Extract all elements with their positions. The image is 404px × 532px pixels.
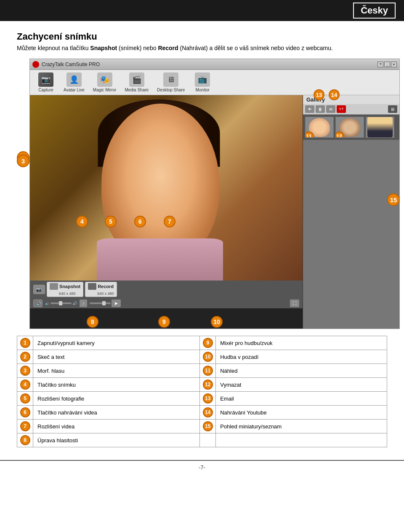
content-area: Zachycení snímku Můžete klepnout na tlač… bbox=[0, 21, 404, 460]
table-num-right: 10 bbox=[200, 350, 216, 364]
toolbar-magic[interactable]: 🎭 Magic Mirror bbox=[90, 72, 119, 93]
magic-label: Magic Mirror bbox=[93, 88, 117, 92]
badge-num-15: 15 bbox=[203, 421, 213, 431]
table-num-right: 11 bbox=[200, 364, 216, 378]
snapshot-btn-label: Snapshot bbox=[59, 284, 80, 289]
gallery-delete-icon[interactable]: 🗑 bbox=[316, 105, 325, 113]
toolbar: 📷 Capture 👤 Avatar Live 🎭 Magic Mirror 🎬… bbox=[30, 70, 399, 95]
top-header: Česky bbox=[0, 0, 404, 21]
table-desc-left: Úprava hlasitosti bbox=[33, 433, 200, 447]
controls-row2: 🔊 🔉 🔊 ♪ ▶ bbox=[30, 298, 303, 308]
gallery-view-toggle[interactable]: ⊞ bbox=[388, 105, 397, 113]
badge-num-14: 14 bbox=[203, 407, 213, 417]
slider-controls: 🔊 🔉 🔊 ♪ ▶ bbox=[33, 299, 299, 307]
title-bar-controls: ? _ × bbox=[377, 61, 397, 67]
desktop-label: Desktop Share bbox=[157, 88, 185, 92]
close-btn[interactable]: × bbox=[391, 61, 397, 67]
music-btn[interactable]: ▶ bbox=[112, 299, 121, 307]
fullscreen-btn[interactable]: ⛶ bbox=[290, 299, 299, 307]
camera-bg: 4 5 6 7 bbox=[30, 95, 303, 281]
table-desc-left: Zapnutí/vypnutí kamery bbox=[33, 336, 200, 350]
reference-table: 1Zapnutí/vypnutí kamery9Mixér pro hudbu/… bbox=[17, 336, 387, 447]
snapshot-btn-area[interactable]: Snapshot 640 x 480 bbox=[47, 282, 83, 297]
record-btn-area[interactable]: Record 640 x 480 bbox=[85, 282, 117, 297]
table-desc-left: Morf. hlasu bbox=[33, 364, 200, 378]
toolbar-capture[interactable]: 📷 Capture bbox=[34, 72, 58, 93]
bottom-badge-area: 8 9 10 bbox=[30, 308, 303, 329]
table-desc-right: Nahrávání Youtube bbox=[216, 406, 387, 420]
help-btn[interactable]: ? bbox=[377, 61, 383, 67]
table-num-left: 4 bbox=[17, 378, 33, 392]
toolbar-avatar[interactable]: 👤 Avatar Live bbox=[61, 72, 87, 93]
gallery-youtube-icon[interactable]: YT bbox=[337, 105, 346, 113]
badge-num-13: 13 bbox=[203, 393, 213, 404]
badge-7: 7 bbox=[164, 216, 175, 227]
table-num-right: 15 bbox=[200, 420, 216, 433]
footer: -7- bbox=[0, 460, 404, 474]
cam-toggle-btn[interactable]: 📷 bbox=[33, 285, 45, 294]
badge-10: 10 bbox=[211, 316, 223, 328]
table-desc-left: Rozlišení videa bbox=[33, 420, 200, 433]
badge-4: 4 bbox=[76, 216, 88, 227]
table-num-right: 12 bbox=[200, 378, 216, 392]
gallery-thumb-3[interactable] bbox=[366, 117, 394, 138]
table-desc-right: Hudba v pozadí bbox=[216, 350, 387, 364]
badge-num-9: 9 bbox=[203, 338, 213, 348]
toolbar-monitor[interactable]: 📺 Monitor bbox=[191, 72, 214, 93]
table-row: 8Úprava hlasitosti bbox=[17, 433, 387, 447]
desc-middle: (snímek) nebo bbox=[117, 45, 158, 51]
table-row: 2Skeč a text10Hudba v pozadí bbox=[17, 350, 387, 364]
table-num-right: 9 bbox=[200, 336, 216, 350]
rec-resolution: 640 x 480 bbox=[88, 291, 114, 296]
badge-15: 15 bbox=[387, 193, 400, 206]
music-icon: ♪ bbox=[80, 299, 87, 307]
gallery-thumb-1[interactable]: 11 bbox=[305, 117, 334, 138]
badge-num-8: 8 bbox=[20, 435, 30, 445]
vol-min: 🔉 bbox=[45, 301, 50, 305]
table-num-left: 5 bbox=[17, 392, 33, 406]
table-desc-left: Skeč a text bbox=[33, 350, 200, 364]
table-desc-right bbox=[216, 433, 387, 447]
snapshot-keyword: Snapshot bbox=[90, 45, 117, 51]
record-keyword: Record bbox=[158, 45, 178, 51]
minimize-btn[interactable]: _ bbox=[384, 61, 390, 67]
rec-thumb bbox=[88, 283, 96, 290]
gallery-empty bbox=[303, 140, 399, 329]
badge-8: 8 bbox=[87, 316, 98, 328]
music-slider[interactable] bbox=[90, 302, 111, 304]
gallery-thumbs: 11 12 bbox=[303, 115, 399, 140]
vol-max: 🔊 bbox=[72, 301, 77, 305]
media-label: Media Share bbox=[125, 88, 149, 92]
cam-icon: 📷 bbox=[36, 287, 41, 292]
badge-num-1: 1 bbox=[20, 338, 30, 348]
badge-9: 9 bbox=[158, 316, 170, 328]
camera-view: 4 5 6 7 📷 bbox=[30, 95, 303, 329]
volume-control: 🔉 🔊 bbox=[45, 301, 77, 305]
toolbar-desktop[interactable]: 🖥 Desktop Share bbox=[154, 72, 187, 93]
badge-num-4: 4 bbox=[20, 380, 30, 390]
table-desc-right: Pohled miniatury/seznam bbox=[216, 420, 387, 433]
app-icon bbox=[32, 61, 39, 68]
volume-slider[interactable] bbox=[50, 302, 72, 304]
badge-num-10: 10 bbox=[203, 352, 213, 362]
badge-num-6: 6 bbox=[20, 407, 30, 417]
media-icon: 🎬 bbox=[129, 72, 144, 87]
section-desc: Můžete klepnout na tlačítku Snapshot (sn… bbox=[17, 44, 387, 53]
table-row: 7Rozlišení videa15Pohled miniatury/sezna… bbox=[17, 420, 387, 433]
page-number: -7- bbox=[199, 464, 205, 471]
app-wrapper: 1 2 3 15 CrazyTalk CamSuite PRO ? _ × bbox=[29, 59, 375, 329]
gallery-eye-icon[interactable]: 👁 bbox=[305, 105, 314, 113]
table-num-left: 2 bbox=[17, 350, 33, 364]
monitor-label: Monitor bbox=[196, 88, 210, 92]
toolbar-media[interactable]: 🎬 Media Share bbox=[122, 72, 151, 93]
record-btn-label: Record bbox=[98, 284, 114, 289]
badge-num-7: 7 bbox=[20, 421, 30, 431]
table-num-left: 7 bbox=[17, 420, 33, 433]
badge-num-2: 2 bbox=[20, 352, 30, 362]
gallery-thumb-2[interactable]: 12 bbox=[335, 117, 364, 138]
gallery-email-icon[interactable]: ✉ bbox=[326, 105, 335, 113]
audio-toggle[interactable]: 🔊 bbox=[33, 299, 43, 307]
table-num-left: 1 bbox=[17, 336, 33, 350]
title-bar-text: CrazyTalk CamSuite PRO bbox=[42, 61, 377, 67]
table-desc-right: Náhled bbox=[216, 364, 387, 378]
